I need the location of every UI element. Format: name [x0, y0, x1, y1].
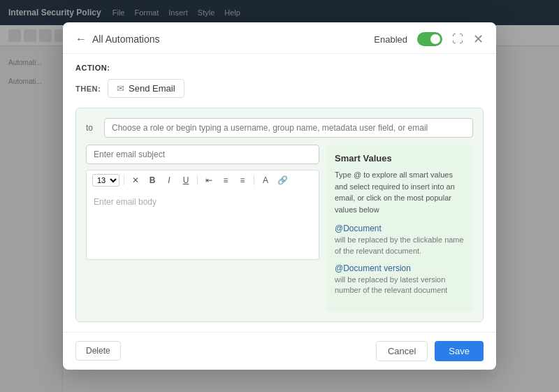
toolbar-sep-3 [254, 175, 254, 185]
smart-value-version-desc: will be replaced by latest version numbe… [335, 275, 465, 296]
then-badge: THEN: [75, 85, 101, 93]
editor-toolbar: 13 ✕ B I U ⇤ ≡ ≡ A [86, 170, 319, 190]
smart-value-version-name[interactable]: @Document version [335, 263, 465, 273]
footer-right: Cancel Save [376, 341, 484, 361]
toolbar-sep-1 [124, 175, 124, 185]
modal-footer: Delete Cancel Save [63, 332, 496, 370]
close-icon[interactable]: ✕ [473, 33, 484, 45]
enabled-toggle[interactable] [417, 32, 442, 46]
smart-values-desc: Type @ to explore all smart values and s… [335, 169, 465, 215]
bold-btn[interactable]: B [145, 173, 159, 187]
toolbar-sep-2 [197, 175, 198, 185]
clear-formatting-btn[interactable]: ✕ [129, 173, 143, 187]
email-icon: ✉ [117, 83, 124, 94]
save-button[interactable]: Save [435, 341, 484, 361]
delete-button[interactable]: Delete [75, 341, 121, 361]
automation-modal: ← All Automations Enabled ⛶ ✕ ACTION: TH… [63, 22, 496, 370]
modal-body: ACTION: THEN: ✉ Send Email to [63, 54, 496, 332]
smart-value-document-desc: will be replaced by the clickable name o… [335, 235, 465, 256]
smart-value-version: @Document version will be replaced by la… [335, 263, 465, 296]
link-btn[interactable]: 🔗 [275, 173, 289, 187]
align-center-btn[interactable]: ≡ [235, 173, 249, 187]
italic-btn[interactable]: I [162, 173, 176, 187]
editor-placeholder: Enter email body [94, 197, 157, 207]
outdent-btn[interactable]: ⇤ [202, 173, 216, 187]
editor-body[interactable]: Enter email body [86, 190, 319, 260]
delete-label: Delete [86, 346, 110, 356]
send-email-button[interactable]: ✉ Send Email [108, 79, 184, 98]
to-label: to [86, 123, 99, 133]
smart-value-document-name[interactable]: @Document [335, 224, 465, 233]
form-area: to 13 ✕ B [75, 108, 484, 322]
send-email-label: Send Email [129, 83, 175, 94]
action-label: ACTION: [75, 64, 484, 72]
align-left-btn[interactable]: ≡ [219, 173, 233, 187]
to-row: to [86, 118, 473, 138]
smart-values-title: Smart Values [335, 153, 465, 164]
smart-values-panel: Smart Values Type @ to explore all smart… [326, 145, 473, 312]
two-col-layout: 13 ✕ B I U ⇤ ≡ ≡ A [86, 145, 473, 312]
header-left: ← All Automations [75, 33, 160, 45]
modal-overlay: ← All Automations Enabled ⛶ ✕ ACTION: TH… [0, 0, 559, 392]
enabled-label: Enabled [374, 34, 407, 45]
modal-header: ← All Automations Enabled ⛶ ✕ [63, 22, 496, 54]
save-label: Save [449, 346, 470, 356]
cancel-label: Cancel [388, 346, 416, 356]
subject-input[interactable] [86, 145, 319, 164]
smart-value-document: @Document will be replaced by the clicka… [335, 224, 465, 256]
back-arrow-icon[interactable]: ← [75, 33, 87, 45]
left-col: 13 ✕ B I U ⇤ ≡ ≡ A [86, 145, 319, 312]
then-row: THEN: ✉ Send Email [75, 79, 484, 98]
modal-title: All Automations [92, 34, 160, 45]
underline-btn[interactable]: U [179, 173, 193, 187]
font-size-select[interactable]: 13 [92, 174, 119, 187]
cancel-button[interactable]: Cancel [376, 341, 428, 361]
color-btn[interactable]: A [259, 173, 273, 187]
expand-icon[interactable]: ⛶ [452, 34, 463, 45]
header-right: Enabled ⛶ ✕ [374, 32, 484, 46]
to-input[interactable] [104, 118, 473, 138]
